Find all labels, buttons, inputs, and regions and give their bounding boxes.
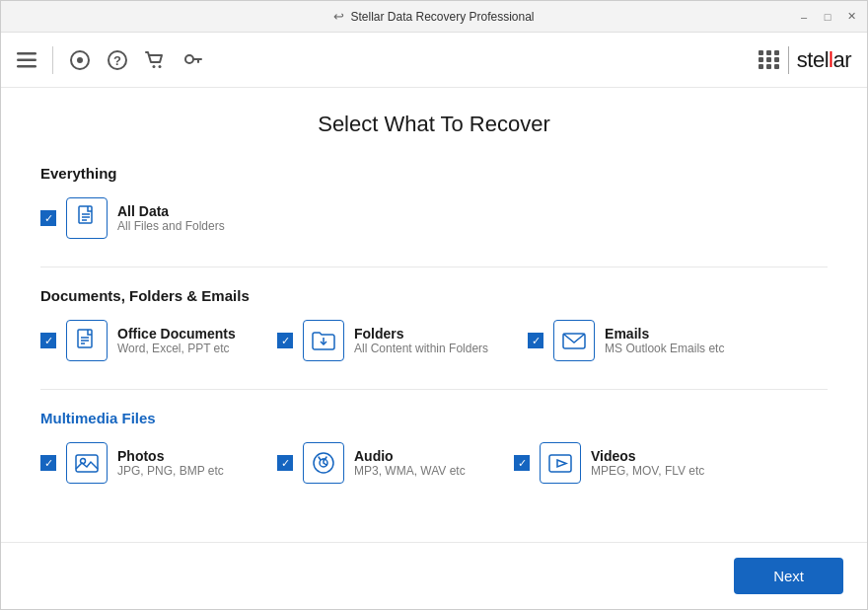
all-data-sublabel: All Files and Folders: [117, 219, 225, 233]
checkbox-videos-box[interactable]: ✓: [514, 455, 530, 471]
checkbox-office[interactable]: ✓: [40, 333, 56, 348]
svg-point-4: [77, 57, 83, 63]
next-button[interactable]: Next: [734, 558, 843, 594]
logo-separator: [788, 46, 789, 74]
checkbox-videos[interactable]: ✓: [514, 455, 530, 471]
option-office: ✓ Office Documents Word, Excel, PPT etc: [40, 320, 238, 361]
office-icon-box: [66, 320, 108, 361]
photos-text: Photos JPG, PNG, BMP etc: [117, 448, 224, 478]
page-title: Select What To Recover: [40, 112, 828, 137]
checkbox-emails-box[interactable]: ✓: [528, 333, 543, 348]
option-folders: ✓ Folders All Content within Folders: [277, 320, 488, 361]
restore-button[interactable]: □: [820, 9, 835, 25]
check-folders-icon: ✓: [281, 336, 290, 346]
minimize-button[interactable]: –: [796, 9, 812, 25]
folders-text: Folders All Content within Folders: [354, 326, 488, 355]
cart-icon[interactable]: [144, 49, 166, 71]
photos-sublabel: JPG, PNG, BMP etc: [117, 464, 224, 478]
history-icon[interactable]: [69, 49, 91, 71]
emails-icon-box: [553, 320, 595, 361]
folders-label: Folders: [354, 326, 488, 342]
svg-rect-14: [78, 330, 92, 347]
folders-icon-box: [303, 320, 344, 361]
checkbox-photos[interactable]: ✓: [40, 455, 56, 471]
title-bar: ↩ Stellar Data Recovery Professional – □…: [1, 1, 867, 33]
options-row-documents: ✓ Office Documents Word, Excel, PPT etc: [40, 320, 828, 361]
check-emails-icon: ✓: [532, 336, 541, 346]
option-all-data: ✓ All Data All Files and Folders: [40, 197, 238, 239]
window-controls: – □ ✕: [796, 9, 859, 25]
videos-icon-box: [540, 442, 581, 484]
check-videos-icon: ✓: [518, 458, 527, 469]
checkbox-audio-box[interactable]: ✓: [277, 455, 293, 471]
title-bar-center: ↩ Stellar Data Recovery Professional: [333, 9, 534, 24]
menu-icon[interactable]: [17, 52, 36, 68]
svg-point-7: [153, 65, 156, 68]
emails-sublabel: MS Outlook Emails etc: [605, 342, 724, 355]
options-row-multimedia: ✓ Photos JPG, PNG, BMP etc: [40, 442, 828, 484]
toolbar-left: ?: [17, 46, 203, 74]
toolbar: ? stellar: [1, 33, 867, 88]
office-sublabel: Word, Excel, PPT etc: [117, 342, 236, 355]
key-icon[interactable]: [181, 49, 203, 71]
stellar-logo: stellar: [759, 46, 851, 74]
videos-sublabel: MPEG, MOV, FLV etc: [591, 464, 704, 478]
folders-sublabel: All Content within Folders: [354, 342, 488, 355]
audio-label: Audio: [354, 448, 466, 464]
window-title: Stellar Data Recovery Professional: [350, 10, 534, 24]
checkbox-office-box[interactable]: ✓: [40, 333, 56, 348]
photos-label: Photos: [117, 448, 224, 464]
checkbox-photos-box[interactable]: ✓: [40, 455, 56, 471]
svg-text:?: ?: [113, 53, 121, 68]
option-audio: ✓ Audio MP3, WMA, WAV etc: [277, 442, 474, 484]
options-row-everything: ✓ All Data All Files and Folders: [40, 197, 828, 239]
help-icon[interactable]: ?: [107, 49, 128, 71]
audio-text: Audio MP3, WMA, WAV etc: [354, 448, 466, 478]
office-text: Office Documents Word, Excel, PPT etc: [117, 326, 236, 355]
footer: Next: [1, 542, 867, 609]
section-everything-title: Everything: [40, 165, 828, 182]
svg-rect-0: [17, 52, 36, 55]
close-button[interactable]: ✕: [843, 9, 859, 25]
office-label: Office Documents: [117, 326, 236, 342]
audio-icon-box: [303, 442, 344, 484]
checkbox-folders-box[interactable]: ✓: [277, 333, 293, 348]
checkbox-audio[interactable]: ✓: [277, 455, 293, 471]
videos-label: Videos: [591, 448, 704, 464]
checkbox-check-icon: ✓: [44, 213, 53, 224]
checkbox-all-data-box[interactable]: ✓: [40, 210, 56, 226]
checkbox-emails[interactable]: ✓: [528, 333, 543, 348]
divider-1: [40, 267, 828, 267]
svg-point-9: [185, 55, 193, 63]
check-office-icon: ✓: [44, 336, 53, 346]
stellar-grid-icon: [759, 50, 780, 69]
svg-point-8: [159, 65, 162, 68]
option-videos: ✓ Videos MPEG, MOV, FLV etc: [514, 442, 711, 484]
main-content: Select What To Recover Everything ✓: [1, 88, 867, 542]
videos-text: Videos MPEG, MOV, FLV etc: [591, 448, 704, 478]
photos-icon-box: [66, 442, 108, 484]
checkbox-folders[interactable]: ✓: [277, 333, 293, 348]
section-documents-title: Documents, Folders & Emails: [40, 287, 828, 304]
svg-rect-2: [17, 65, 36, 68]
section-multimedia: Multimedia Files ✓ Photos: [40, 410, 828, 484]
stellar-brand-text: stellar: [797, 47, 851, 73]
audio-sublabel: MP3, WMA, WAV etc: [354, 464, 466, 478]
all-data-text: All Data All Files and Folders: [117, 203, 225, 233]
svg-rect-1: [17, 58, 36, 61]
option-photos: ✓ Photos JPG, PNG, BMP etc: [40, 442, 238, 484]
all-data-label: All Data: [117, 203, 225, 219]
check-audio-icon: ✓: [281, 458, 290, 469]
back-arrow-icon: ↩: [333, 9, 344, 24]
checkbox-all-data[interactable]: ✓: [40, 210, 56, 226]
toolbar-separator: [52, 46, 53, 74]
emails-label: Emails: [605, 326, 724, 342]
section-everything: Everything ✓: [40, 165, 828, 239]
section-documents: Documents, Folders & Emails ✓: [40, 287, 828, 361]
emails-text: Emails MS Outlook Emails etc: [605, 326, 724, 355]
svg-marker-25: [557, 460, 566, 467]
check-photos-icon: ✓: [44, 458, 53, 469]
svg-rect-20: [76, 455, 98, 472]
all-data-icon-box: [66, 197, 108, 239]
divider-2: [40, 389, 828, 390]
